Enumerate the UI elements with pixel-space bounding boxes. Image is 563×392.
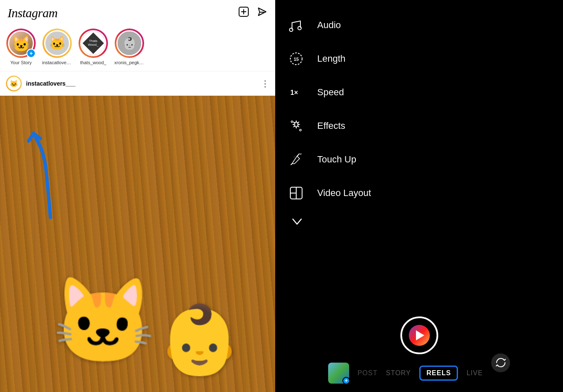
wood-diamond-shape: ThatsWood_ xyxy=(83,33,104,54)
video-layout-icon xyxy=(288,185,305,201)
post-avatar-cat-icon: 🐱 xyxy=(10,80,18,88)
xronis-avatar-wrap: 👶 xyxy=(115,29,144,58)
length-icon: 15 xyxy=(288,50,305,67)
thats-wood-avatar: ThatsWood_ xyxy=(80,30,106,56)
svg-line-11 xyxy=(297,154,300,156)
tab-reels-highlight: REELS xyxy=(419,366,458,381)
audio-icon xyxy=(288,17,305,34)
your-story-avatar-wrap: 🐱 + xyxy=(6,29,36,58)
new-post-icon[interactable] xyxy=(238,6,249,20)
menu-item-touch-up[interactable]: Touch Up xyxy=(288,143,550,176)
story-item-your-story[interactable]: 🐱 + Your Story xyxy=(6,29,36,65)
reels-menu-list: Audio 15 Length 1× Speed xyxy=(275,0,563,316)
reels-camera-panel: Audio 15 Length 1× Speed xyxy=(275,0,563,392)
wood-text: ThatsWood_ xyxy=(88,39,98,47)
show-more-button[interactable] xyxy=(288,210,550,239)
menu-item-audio[interactable]: Audio xyxy=(288,8,550,42)
menu-item-length[interactable]: 15 Length xyxy=(288,42,550,76)
touch-up-icon xyxy=(288,151,305,168)
story-item-xronis-pegk[interactable]: 👶 xronis_pegk_... xyxy=(114,29,145,65)
post-avatar-ring: 🐱 xyxy=(6,76,22,91)
gallery-icon-container: + xyxy=(328,363,349,384)
svg-line-12 xyxy=(291,164,292,165)
app-header: Instagram xyxy=(0,0,275,24)
stories-row: 🐱 + Your Story 🐱 instacatlovers... xyxy=(0,24,275,71)
camera-bottom-section: + POST STORY REELS LIVE xyxy=(275,316,563,392)
camera-mode-tabs: + POST STORY REELS LIVE xyxy=(275,363,563,384)
kitten-emoji-small: 🐱 xyxy=(12,37,31,52)
instagram-feed-panel: Instagram � xyxy=(0,0,275,392)
instacatlovers-avatar: 🐱 xyxy=(44,30,70,56)
gallery-add-icon: + xyxy=(342,377,350,384)
svg-point-9 xyxy=(291,121,293,123)
thats-wood-avatar-wrap: ThatsWood_ xyxy=(79,29,108,58)
touch-up-label: Touch Up xyxy=(317,154,356,165)
story-item-instacatlovers[interactable]: 🐱 instacatlovers... xyxy=(42,29,72,65)
tab-post[interactable]: POST xyxy=(358,369,378,377)
post-avatar: 🐱 xyxy=(7,77,21,90)
app-logo: Instagram xyxy=(8,6,58,20)
cat-face-icon: 🐱 xyxy=(45,31,69,55)
effects-icon xyxy=(288,118,305,134)
menu-item-effects[interactable]: Effects xyxy=(288,109,550,143)
svg-point-10 xyxy=(300,129,301,131)
direct-messages-icon[interactable] xyxy=(257,6,268,20)
instacatlovers-avatar-wrap: 🐱 xyxy=(42,29,72,58)
blue-arrow-annotation xyxy=(25,129,63,223)
baby-crawling: 👶 xyxy=(158,301,242,379)
reels-play-triangle xyxy=(416,330,424,340)
thats-wood-ring: ThatsWood_ xyxy=(79,29,108,58)
shutter-inner xyxy=(403,320,435,351)
menu-item-speed[interactable]: 1× Speed xyxy=(288,76,550,109)
tab-story[interactable]: STORY xyxy=(386,369,411,377)
speed-label: Speed xyxy=(317,87,344,98)
svg-point-5 xyxy=(298,26,301,30)
shutter-button[interactable] xyxy=(400,316,438,354)
xronis-avatar: 👶 xyxy=(116,30,142,56)
post-username[interactable]: instacatlovers___ xyxy=(26,80,257,87)
story-item-thats-wood[interactable]: ThatsWood_ thats_wood_ xyxy=(78,29,108,65)
instacatlovers-label: instacatlovers... xyxy=(42,60,72,65)
tab-reels[interactable]: REELS xyxy=(426,369,451,376)
xronis-ring: 👶 xyxy=(115,29,144,58)
speed-icon: 1× xyxy=(288,84,305,101)
thats-wood-label: thats_wood_ xyxy=(80,60,106,65)
baby-face-icon: 👶 xyxy=(118,31,141,55)
post-image: 🐱 👶 xyxy=(0,96,275,392)
length-label: Length xyxy=(317,53,345,64)
tab-live[interactable]: LIVE xyxy=(466,369,483,377)
effects-label: Effects xyxy=(317,120,345,131)
orange-kitten: 🐱 xyxy=(50,272,155,371)
flip-camera-button[interactable] xyxy=(491,353,510,372)
instacatlovers-ring: 🐱 xyxy=(42,29,72,58)
menu-item-video-layout[interactable]: Video Layout xyxy=(288,176,550,210)
video-layout-label: Video Layout xyxy=(317,188,371,199)
svg-point-4 xyxy=(289,28,293,31)
wood-logo: ThatsWood_ xyxy=(82,31,105,55)
header-icons xyxy=(238,6,268,20)
add-story-badge[interactable]: + xyxy=(26,49,36,58)
post-more-options[interactable]: ⋮ xyxy=(261,79,269,88)
audio-label: Audio xyxy=(317,20,341,31)
post-header: 🐱 instacatlovers___ ⋮ xyxy=(0,71,275,96)
svg-text:1×: 1× xyxy=(290,89,298,96)
svg-text:15: 15 xyxy=(294,57,299,62)
chevron-down-icon xyxy=(289,214,305,231)
xronis-label: xronis_pegk_... xyxy=(114,60,145,65)
your-story-label: Your Story xyxy=(11,60,32,65)
reels-shutter-icon xyxy=(409,325,430,346)
